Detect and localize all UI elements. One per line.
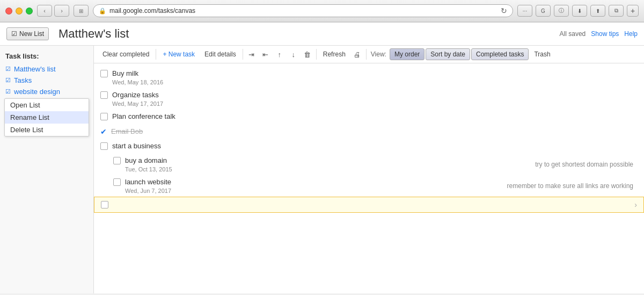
- delete-button[interactable]: 🗑: [301, 48, 314, 61]
- task-date: Wed, May 17, 2017: [112, 100, 638, 107]
- trash-button[interactable]: Trash: [530, 48, 554, 60]
- show-tips-link[interactable]: Show tips: [591, 30, 619, 38]
- sidebar-item-website-design[interactable]: ☑ website design: [0, 86, 93, 97]
- indent-more-button[interactable]: ⇥: [245, 48, 258, 61]
- new-task-checkbox[interactable]: [101, 201, 108, 208]
- completed-checkmark-icon: ✔: [100, 127, 107, 136]
- sort-by-date-button[interactable]: Sort by date: [426, 48, 470, 60]
- browser-titlebar: ‹ › ⊞ 🔒 mail.google.com/tasks/canvas ↻ ·…: [0, 0, 644, 22]
- edit-details-button[interactable]: Edit details: [200, 48, 240, 60]
- task-list: Buy milk Wed, May 18, 2016 Organize task…: [94, 63, 644, 293]
- print-button[interactable]: 🖨: [351, 48, 364, 61]
- table-row: buy a domain Tue, Oct 13, 2015 try to ge…: [94, 154, 644, 175]
- app-header: ☑ New List Matthew's list All saved Show…: [0, 23, 644, 46]
- checkbox-icon: ☑: [11, 30, 17, 38]
- task-title[interactable]: Buy milk: [112, 69, 638, 78]
- toolbar-divider-3: [316, 49, 317, 60]
- more-options-button[interactable]: ···: [517, 5, 532, 17]
- rename-list-menu-item[interactable]: Rename List: [5, 111, 89, 124]
- sidebar-item-tasks[interactable]: ☑ Tasks: [0, 75, 93, 86]
- sidebar-toggle-button[interactable]: ⊞: [74, 5, 89, 17]
- app-container: ☑ New List Matthew's list All saved Show…: [0, 23, 644, 293]
- task-checkbox[interactable]: [100, 142, 108, 150]
- all-saved-status: All saved: [560, 30, 586, 38]
- share-icon-button[interactable]: ⬆: [590, 5, 605, 17]
- toolbar-divider: [156, 49, 156, 60]
- task-checkbox[interactable]: [100, 91, 108, 99]
- table-row: Organize tasks Wed, May 17, 2017: [94, 88, 644, 110]
- table-row: ✔ Email Bob: [94, 125, 644, 139]
- tabs-icon-button[interactable]: ⧉: [609, 5, 624, 17]
- help-link[interactable]: Help: [624, 30, 638, 38]
- page-title: Matthew's list: [54, 27, 554, 41]
- checkbox-icon: ☑: [5, 77, 11, 84]
- toolbar-divider-2: [243, 49, 243, 60]
- new-list-label: New List: [19, 30, 44, 38]
- task-title[interactable]: Email Bob: [111, 127, 638, 136]
- task-content: start a business: [112, 141, 638, 151]
- task-title[interactable]: Organize tasks: [112, 90, 638, 100]
- maximize-window-button[interactable]: [26, 8, 33, 15]
- new-task-button[interactable]: + New task: [158, 48, 199, 60]
- sidebar: Task lists: ☑ Matthew's list ☑ Tasks ☑ w…: [0, 46, 94, 293]
- task-checkbox[interactable]: [113, 178, 121, 186]
- header-right: All saved Show tips Help: [560, 30, 638, 38]
- expand-task-icon[interactable]: ›: [634, 200, 637, 209]
- checkbox-icon: ☑: [5, 88, 11, 95]
- sidebar-item-label: Tasks: [14, 76, 32, 84]
- task-checkbox[interactable]: [100, 113, 108, 120]
- browser-chrome: ‹ › ⊞ 🔒 mail.google.com/tasks/canvas ↻ ·…: [0, 0, 644, 23]
- browser-actions: ··· G ⓘ ⬇ ⬆ ⧉ +: [517, 5, 639, 17]
- download-icon-button[interactable]: ⬇: [572, 5, 587, 17]
- task-lists-label: Task lists:: [0, 50, 93, 63]
- new-list-button[interactable]: ☑ New List: [6, 27, 49, 40]
- task-title[interactable]: start a business: [112, 141, 638, 151]
- task-note: remember to make sure all links are work…: [507, 182, 633, 190]
- main-content: Task lists: ☑ Matthew's list ☑ Tasks ☑ w…: [0, 46, 644, 293]
- toolbar-divider-4: [366, 49, 367, 60]
- task-content: Email Bob: [111, 127, 638, 136]
- toolbar: Clear completed + New task Edit details …: [94, 46, 644, 63]
- task-area: Clear completed + New task Edit details …: [94, 46, 644, 293]
- checkbox-icon: ☑: [5, 66, 11, 73]
- task-checkbox[interactable]: [113, 157, 121, 164]
- google-icon-button[interactable]: G: [536, 5, 551, 17]
- move-up-button[interactable]: ↑: [273, 48, 286, 61]
- forward-button[interactable]: ›: [54, 5, 69, 17]
- back-button[interactable]: ‹: [37, 5, 52, 17]
- task-date: Wed, May 18, 2016: [112, 79, 638, 85]
- my-order-button[interactable]: My order: [390, 48, 425, 60]
- new-tab-button[interactable]: +: [627, 5, 639, 17]
- table-row: Plan conference talk: [94, 110, 644, 124]
- open-list-menu-item[interactable]: Open List: [5, 99, 89, 111]
- move-down-button[interactable]: ↓: [287, 48, 300, 61]
- lock-icon: 🔒: [99, 8, 106, 15]
- task-content: Organize tasks Wed, May 17, 2017: [112, 90, 638, 107]
- task-checkbox[interactable]: [100, 70, 108, 77]
- sidebar-item-label: Matthew's list: [14, 65, 56, 73]
- table-row: launch website Wed, Jun 7, 2017 remember…: [94, 175, 644, 197]
- close-window-button[interactable]: [5, 8, 12, 15]
- minimize-window-button[interactable]: [16, 8, 23, 15]
- completed-tasks-button[interactable]: Completed tasks: [471, 48, 529, 60]
- info-icon-button[interactable]: ⓘ: [554, 5, 569, 17]
- table-row: Buy milk Wed, May 18, 2016: [94, 67, 644, 88]
- new-task-input[interactable]: [113, 201, 634, 209]
- reload-icon[interactable]: ↻: [501, 6, 507, 15]
- url-text: mail.google.com/tasks/canvas: [109, 7, 497, 15]
- view-label: View:: [369, 51, 389, 58]
- task-note: try to get shortest domain possible: [535, 161, 633, 168]
- context-menu: Open List Rename List Delete List: [4, 98, 89, 136]
- indent-less-button[interactable]: ⇤: [259, 48, 272, 61]
- sidebar-item-matthews-list[interactable]: ☑ Matthew's list: [0, 63, 93, 75]
- delete-list-menu-item[interactable]: Delete List: [5, 124, 89, 136]
- table-row: start a business: [94, 139, 644, 154]
- new-task-row: ›: [94, 197, 644, 213]
- refresh-button[interactable]: Refresh: [319, 48, 350, 60]
- url-bar[interactable]: 🔒 mail.google.com/tasks/canvas ↻: [93, 4, 513, 17]
- task-title[interactable]: Plan conference talk: [112, 112, 638, 121]
- task-content: Plan conference talk: [112, 112, 638, 121]
- nav-buttons: ‹ ›: [37, 5, 69, 17]
- sidebar-item-label: website design: [14, 88, 60, 96]
- clear-completed-button[interactable]: Clear completed: [98, 48, 153, 60]
